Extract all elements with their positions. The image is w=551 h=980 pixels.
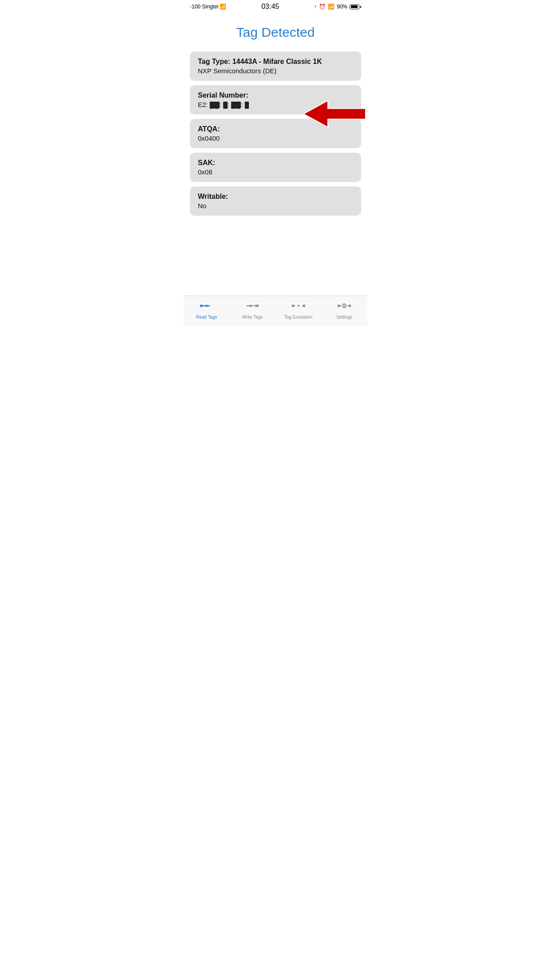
tag-type-label: Tag Type: 14443A - Mifare Classic 1K [198,58,353,66]
tag-type-value: NXP Semiconductors (DE) [198,67,353,75]
serial-number-value: E2: ██: █: ██: █ [198,101,353,108]
time-display: 03:45 [261,3,279,11]
write-tags-label: Write Tags [242,315,263,320]
svg-marker-4 [250,304,253,307]
carrier-text: -100 Singtel [190,4,218,10]
carrier-wifi: -100 Singtel 📶 [190,4,226,10]
serial-number-label: Serial Number: [198,91,353,99]
svg-rect-8 [344,303,345,304]
read-tags-label: Read Tags [196,315,217,320]
settings-icon [338,301,351,313]
atqa-card: ATQA: 0x0400 [190,119,361,148]
tab-write-tags[interactable]: Write Tags [230,296,276,324]
atqa-label: ATQA: [198,125,353,133]
svg-rect-9 [344,307,345,308]
write-tags-icon [246,301,259,313]
status-bar: -100 Singtel 📶 03:45 ↑ ⏰ 📶 90% [184,0,367,12]
sak-label: SAK: [198,159,353,167]
read-tags-icon [200,301,213,313]
battery-icon [350,4,361,9]
serial-number-card: Serial Number: E2: ██: █: ██: █ [190,85,361,115]
tab-tag-emulation[interactable]: Tag Emulation [276,296,322,324]
writable-card: Writable: No [190,186,361,216]
sak-card: SAK: 0x08 [190,153,361,182]
battery-percent: 90% [337,4,347,10]
location-icon: ↑ [314,4,317,10]
tag-emulation-label: Tag Emulation [284,315,312,320]
atqa-value: 0x0400 [198,134,353,142]
writable-label: Writable: [198,193,353,201]
settings-label: Settings [336,315,352,320]
writable-value: No [198,202,353,209]
tag-emulation-icon [292,301,305,313]
tab-bar: Read Tags Write Tags [184,296,367,327]
content-area: Tag Type: 14443A - Mifare Classic 1K NXP… [184,51,367,256]
svg-rect-10 [340,305,341,306]
svg-point-5 [298,305,299,307]
tab-read-tags[interactable]: Read Tags [184,296,230,324]
alarm-icon: ⏰ [319,4,326,10]
page-title: Tag Detected [184,25,367,40]
bluetooth-icon: 📶 [328,4,335,10]
sak-value: 0x08 [198,168,353,176]
tag-type-card: Tag Type: 14443A - Mifare Classic 1K NXP… [190,51,361,81]
svg-marker-2 [205,304,207,307]
status-icons: ↑ ⏰ 📶 90% [314,4,361,10]
wifi-icon: 📶 [220,4,226,10]
svg-point-7 [344,305,345,306]
tab-settings[interactable]: Settings [322,296,368,324]
